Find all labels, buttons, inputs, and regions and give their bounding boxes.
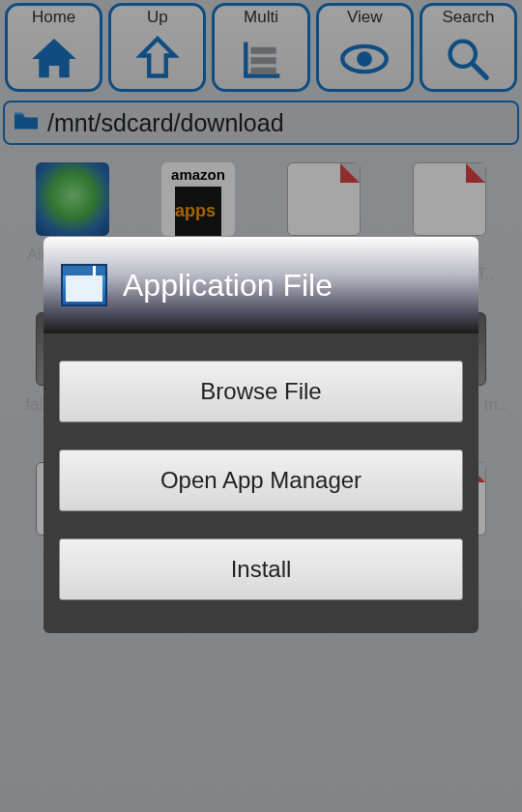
modal-overlay[interactable]: Application File Browse File Open App Ma… <box>0 0 522 812</box>
open-app-manager-button[interactable]: Open App Manager <box>59 450 463 511</box>
dialog-title: Application File <box>123 268 333 304</box>
browse-file-button[interactable]: Browse File <box>59 361 463 422</box>
install-button[interactable]: Install <box>59 538 463 600</box>
application-file-dialog: Application File Browse File Open App Ma… <box>44 237 478 633</box>
app-icon <box>61 264 107 306</box>
dialog-body: Browse File Open App Manager Install <box>44 334 478 633</box>
dialog-header: Application File <box>44 237 478 334</box>
